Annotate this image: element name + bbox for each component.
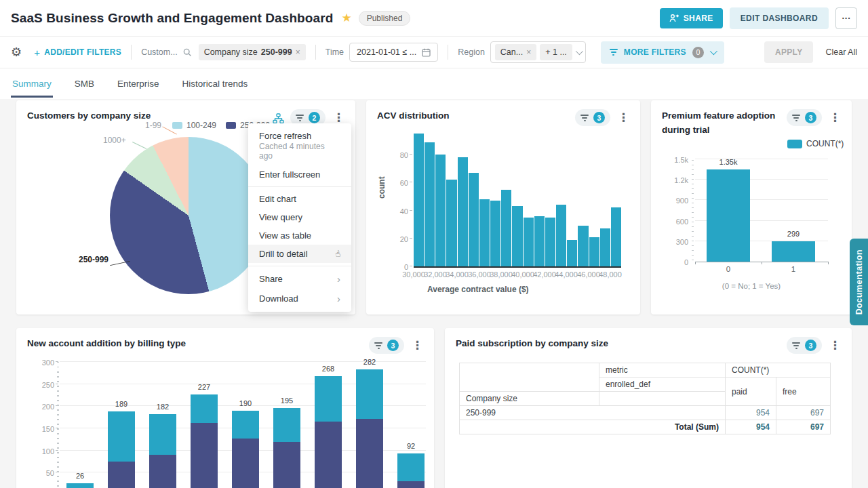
header-more-button[interactable]: ··· [835,7,857,29]
chart-card-acv-distribution: ACV distribution 3 ⋮ 02040608030,00032,0… [366,100,640,314]
edit-dashboard-button[interactable]: EDIT DASHBOARD [730,7,829,29]
stacked-bar-segment-teal[interactable] [232,411,259,439]
menu-item-view-as-table[interactable]: View as table [248,226,351,245]
share-button[interactable]: SHARE [660,8,723,28]
bar-total-label: 190 [239,399,252,407]
histogram-bar[interactable] [414,134,424,266]
histogram-bar[interactable] [435,155,446,266]
documentation-side-tab[interactable]: Documentation [850,239,868,325]
histogram-bar[interactable] [425,142,435,266]
filter-settings-gear-icon[interactable]: ⚙ [11,45,22,60]
stacked-bar-segment-navy[interactable] [273,442,300,488]
add-edit-filters-button[interactable]: + ADD/EDIT FILTERS [34,47,121,58]
stacked-bar-segment-teal[interactable] [273,408,300,442]
stacked-bar-segment-navy[interactable] [191,423,218,488]
more-filters-button[interactable]: MORE FILTERS 0 [601,41,724,64]
stacked-bar-segment-navy[interactable] [315,422,342,488]
applied-filters-pill[interactable]: 3 [575,109,610,126]
stacked-bar-segment-navy[interactable] [149,455,176,488]
stacked-bar-segment-navy[interactable] [108,462,135,488]
x-tick-label: 36,000 [468,270,491,279]
filter-funnel-icon [610,49,618,56]
region-filter-select[interactable]: Can... × + 1 ... [490,41,586,63]
applied-filters-pill[interactable]: 3 [787,109,822,126]
histogram-bar[interactable] [512,206,522,266]
region-more-chip[interactable]: + 1 ... [540,44,572,60]
more-filters-label: MORE FILTERS [624,47,686,57]
chart-kebab-menu[interactable]: ⋮ [410,338,425,352]
stacked-bar-segment-teal[interactable] [108,411,135,462]
clear-all-button[interactable]: Clear All [825,47,857,57]
bar-total-label: 26 [76,472,84,480]
stacked-bar-segment-teal[interactable] [149,414,176,455]
histogram-bar[interactable] [490,201,500,266]
histogram-bar[interactable] [611,207,621,266]
favorite-star-icon[interactable]: ★ [341,11,351,25]
divider [448,45,448,60]
histogram-bar[interactable] [556,205,566,266]
close-icon[interactable]: × [296,47,300,57]
region-chip[interactable]: Can... × [495,44,536,60]
histogram-bar[interactable] [446,180,456,266]
search-icon [183,48,192,57]
stacked-bar-segment-navy[interactable] [356,419,383,488]
x-axis-title: Average contract value ($) [427,285,529,294]
stacked-bar-segment-teal[interactable] [356,369,383,419]
histogram-bar[interactable] [545,218,555,266]
chart-kebab-menu[interactable]: ⋮ [616,110,631,125]
y-tick-mark [410,182,412,182]
histogram-bar[interactable] [600,228,610,266]
histogram-bar[interactable] [534,216,545,266]
histogram-bar[interactable] [479,199,490,266]
submenu-arrow-icon: › [337,293,340,304]
pivot-table: metric COUNT(*) enrolled_def paid free C… [459,363,831,434]
menu-item-enter-fullscreen[interactable]: Enter fullscreen [248,165,351,184]
published-badge[interactable]: Published [359,11,411,26]
menu-item-force-refresh[interactable]: Force refresh [248,127,351,142]
menu-item-label: Download [259,293,298,304]
applied-filters-pill[interactable]: 3 [787,337,822,354]
chart-legend[interactable]: COUNT(*) [787,139,844,148]
bar-count[interactable] [772,241,815,262]
bar-count[interactable] [707,169,750,262]
histogram-bar[interactable] [524,218,534,266]
histogram-bar[interactable] [501,190,511,266]
menu-item-edit-chart[interactable]: Edit chart [248,190,351,208]
stacked-bar-segment-teal[interactable] [315,376,342,422]
menu-item-view-query[interactable]: View query [248,208,351,226]
tab-enterprise[interactable]: Enterprise [116,70,161,98]
divider [131,45,132,60]
stacked-bar-segment-navy[interactable] [397,481,425,488]
stacked-bar-segment-teal[interactable] [191,394,218,423]
pivot-value-free[interactable]: 697 [776,406,831,420]
menu-item-share[interactable]: Share › [248,269,351,289]
histogram-bar[interactable] [458,157,468,266]
histogram-bar[interactable] [567,240,577,266]
y-tick-label: 200 [31,403,54,411]
histogram-bar[interactable] [589,237,599,266]
region-chip-value: Can... [500,47,523,57]
apply-button[interactable]: APPLY [764,41,813,63]
pie-chart[interactable] [110,137,267,294]
pivot-value-paid[interactable]: 954 [726,406,776,420]
menu-item-drill-to-detail[interactable]: Drill to detail ☝ [248,245,351,263]
company-size-filter-chip[interactable]: Company size 250-999 × [199,44,306,60]
filter-count-badge: 3 [805,112,816,123]
chart-kebab-menu[interactable]: ⋮ [828,110,842,125]
chart-kebab-menu[interactable]: ⋮ [828,338,842,352]
stacked-bar-segment-navy[interactable] [232,439,259,488]
time-range-input[interactable]: 2021-01-01 ≤ ... [349,43,438,62]
tab-summary[interactable]: Summary [11,70,53,98]
applied-filters-pill[interactable]: 3 [369,337,404,354]
tab-historical-trends[interactable]: Historical trends [181,70,250,98]
y-tick-label: 300 [31,359,54,367]
stacked-bar-segment-teal[interactable] [397,453,425,481]
stacked-bar-segment-teal[interactable] [66,483,94,488]
menu-item-download[interactable]: Download › [248,289,351,308]
tab-smb[interactable]: SMB [73,70,96,98]
close-icon[interactable]: × [526,47,531,57]
bar-total-label: 227 [198,383,210,391]
legend-item[interactable]: 100-249 [172,121,216,130]
histogram-bar[interactable] [469,173,479,266]
histogram-bar[interactable] [578,226,588,266]
